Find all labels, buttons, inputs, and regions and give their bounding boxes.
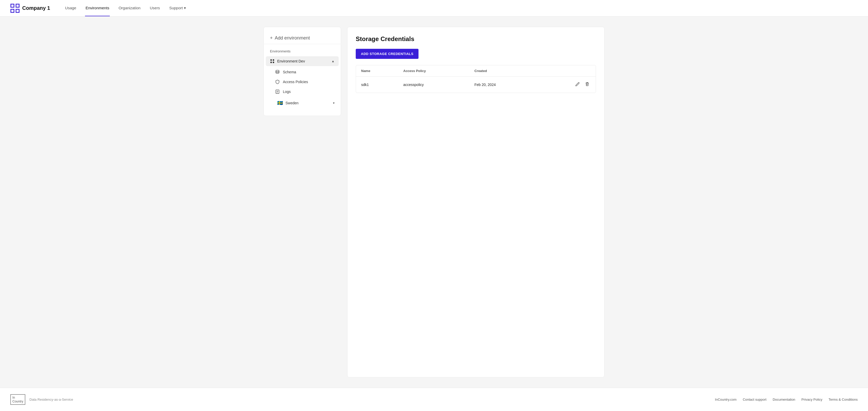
logs-icon	[275, 89, 280, 94]
nav-environments[interactable]: Environments	[85, 0, 110, 16]
footer-tagline: Data Residency-as-a-Service	[29, 398, 73, 402]
cell-name: sdk1	[356, 77, 398, 93]
svg-rect-2	[16, 4, 19, 7]
table-body: sdk1 accesspolicy Feb 20, 2024	[356, 77, 596, 93]
footer-logo-box: In Country	[10, 394, 25, 405]
credentials-table-container: Name Access Policy Created sdk1 accesspo…	[356, 65, 596, 93]
nav-users[interactable]: Users	[149, 0, 160, 16]
footer-link-privacy[interactable]: Privacy Policy	[801, 398, 822, 402]
footer: In Country Data Residency-as-a-Service I…	[0, 388, 868, 411]
sidebar-item-environment-dev[interactable]: Environment Dev ▲	[266, 56, 339, 66]
col-created: Created	[469, 65, 537, 77]
svg-rect-3	[11, 9, 14, 12]
table-row: sdk1 accesspolicy Feb 20, 2024	[356, 77, 596, 93]
plus-icon: +	[270, 35, 273, 41]
svg-rect-4	[271, 59, 272, 61]
svg-rect-1	[16, 9, 19, 12]
sidebar-section-label: Environments	[264, 47, 341, 56]
trash-icon	[585, 82, 590, 87]
svg-rect-5	[273, 59, 274, 61]
nav-support[interactable]: Support ▾	[169, 0, 187, 16]
add-storage-credentials-button[interactable]: ADD STORAGE CREDENTIALS	[356, 49, 418, 59]
app-logo-icon	[10, 4, 20, 13]
footer-left: In Country Data Residency-as-a-Service	[10, 394, 73, 405]
pencil-icon	[575, 82, 580, 87]
nav-usage[interactable]: Usage	[65, 0, 77, 16]
svg-rect-0	[11, 4, 14, 7]
logo-area: Company 1	[10, 4, 50, 13]
main-layout: + Add environment Environments Environme…	[253, 16, 615, 388]
col-access-policy: Access Policy	[398, 65, 469, 77]
header: Company 1 Usage Environments Organizatio…	[0, 0, 868, 16]
sidebar-subitems: Schema Access Policies Logs	[264, 66, 341, 110]
main-nav: Usage Environments Organization Users Su…	[65, 0, 187, 16]
chevron-up-icon: ▲	[332, 59, 335, 63]
sweden-label: Sweden	[285, 101, 331, 105]
footer-link-docs[interactable]: Documentation	[773, 398, 795, 402]
sidebar-item-sweden[interactable]: 🇸🇪 Sweden ▾	[266, 98, 339, 108]
table-header: Name Access Policy Created	[356, 65, 596, 77]
chevron-down-icon: ▾	[184, 6, 186, 10]
delete-button[interactable]	[584, 81, 591, 89]
footer-logo: In Country	[10, 394, 25, 405]
cell-actions	[537, 77, 596, 93]
content-area: Storage Credentials ADD STORAGE CREDENTI…	[347, 27, 604, 377]
col-name: Name	[356, 65, 398, 77]
sweden-flag-icon: 🇸🇪	[277, 100, 283, 106]
svg-point-8	[276, 70, 279, 71]
credentials-table: Name Access Policy Created sdk1 accesspo…	[356, 65, 596, 93]
sidebar-item-schema[interactable]: Schema	[264, 67, 341, 77]
environment-icon	[270, 59, 275, 64]
chevron-down-icon: ▾	[333, 101, 335, 105]
col-actions	[537, 65, 596, 77]
page-title: Storage Credentials	[356, 35, 596, 43]
sidebar-item-access-policies[interactable]: Access Policies	[264, 77, 341, 87]
row-actions	[543, 81, 591, 89]
svg-rect-6	[271, 62, 272, 63]
footer-link-contact[interactable]: Contact support	[743, 398, 767, 402]
nav-organization[interactable]: Organization	[118, 0, 141, 16]
footer-right: InCountry.com Contact support Documentat…	[715, 398, 858, 402]
footer-link-terms[interactable]: Terms & Conditions	[829, 398, 858, 402]
sidebar: + Add environment Environments Environme…	[264, 27, 341, 116]
svg-rect-7	[273, 62, 274, 63]
environment-dev-label: Environment Dev	[277, 59, 329, 63]
cell-created: Feb 20, 2024	[469, 77, 537, 93]
database-icon	[275, 70, 280, 74]
cell-access-policy: accesspolicy	[398, 77, 469, 93]
sidebar-item-logs[interactable]: Logs	[264, 87, 341, 97]
add-environment-button[interactable]: + Add environment	[264, 32, 341, 44]
footer-link-incountry[interactable]: InCountry.com	[715, 398, 737, 402]
edit-button[interactable]	[574, 81, 581, 89]
shield-icon	[275, 79, 280, 84]
company-name: Company 1	[22, 5, 50, 11]
